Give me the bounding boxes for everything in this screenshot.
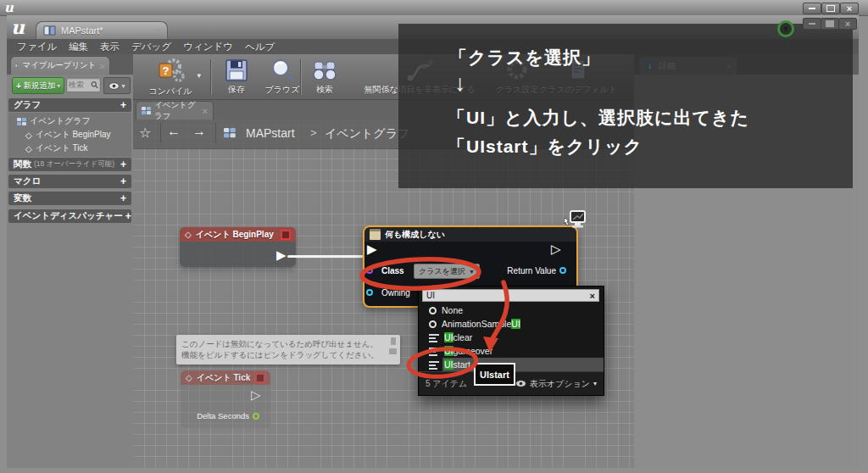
class-circle-icon: [429, 307, 437, 314]
view-filter-button[interactable]: ▾: [103, 77, 131, 94]
myblueprint-tab[interactable]: マイブループリント ×: [10, 56, 110, 75]
section-dispatchers[interactable]: イベントディスパッチャー +: [8, 209, 131, 223]
maximize-icon: [826, 5, 835, 12]
minimize-icon: [809, 23, 815, 25]
widget-blueprint-icon: [429, 361, 439, 369]
menu-item-window[interactable]: ウィンドウ: [183, 41, 233, 53]
dropdown-item-uigameover[interactable]: UIgameover: [419, 344, 604, 358]
blueprint-doc-icon: [43, 25, 56, 36]
menu-item-view[interactable]: 表示: [100, 41, 120, 53]
tree-item-beginplay[interactable]: ◇ イベント BeginPlay: [25, 129, 110, 141]
eventgraph-tab-close-icon[interactable]: ×: [203, 106, 208, 116]
add-variable-button[interactable]: +: [120, 192, 126, 204]
overlay-line2: 「UI」と入力し、選択肢に出てきた: [448, 106, 749, 130]
sidebar-search-box[interactable]: [66, 77, 101, 92]
pin-icon: [391, 337, 396, 345]
construct-node-title: 何も構成しない: [385, 229, 571, 241]
inner-maximize-button[interactable]: [821, 18, 839, 30]
class-circle-icon: [429, 320, 437, 328]
construct-node-icon: [370, 229, 381, 240]
breadcrumb-root[interactable]: MAPstart: [246, 126, 295, 140]
chevron-down-icon: ▾: [121, 82, 125, 90]
compile-button[interactable]: ? ▾ コンパイル: [138, 54, 203, 100]
sidebar-search-input[interactable]: [69, 81, 91, 89]
nav-forward-button[interactable]: →: [192, 124, 206, 139]
construct-exec-out[interactable]: ▷: [551, 242, 561, 255]
search-icon: [91, 81, 98, 89]
dropdown-item-none[interactable]: None: [419, 303, 604, 317]
myblueprint-tab-close-icon[interactable]: ×: [100, 61, 105, 71]
construct-return-pin[interactable]: [559, 267, 566, 274]
inner-minimize-button[interactable]: [803, 18, 821, 30]
launcher-status-icon[interactable]: ▼: [777, 20, 794, 37]
eventgraph-icon: [17, 118, 26, 125]
dropdown-clear-icon[interactable]: ×: [590, 291, 595, 301]
chevron-down-icon: ▾: [593, 380, 597, 387]
dropdown-item-uiclear[interactable]: UIclear: [419, 331, 604, 344]
nav-back-button[interactable]: ←: [167, 124, 181, 139]
document-tab-close-icon[interactable]: ×: [155, 25, 160, 36]
inner-unreal-logo-icon: u: [11, 16, 25, 38]
beginplay-node-title: イベント BeginPlay: [196, 229, 276, 241]
view-options-button[interactable]: 表示オプション ▾: [515, 378, 597, 390]
binoculars-icon: [311, 58, 338, 83]
construct-owning-pin[interactable]: [366, 289, 373, 296]
toolbar-separator: [210, 59, 211, 95]
event-diamond-icon: ◇: [185, 230, 192, 239]
event-diamond-icon: ◇: [186, 373, 192, 382]
menu-item-edit[interactable]: 編集: [69, 41, 88, 53]
tree-item-tick[interactable]: ◇ イベント Tick: [25, 142, 87, 154]
dropdown-search-input[interactable]: [426, 291, 590, 300]
add-dispatcher-button[interactable]: +: [125, 210, 131, 222]
tick-exec-out[interactable]: ▷: [251, 388, 261, 401]
outer-close-button[interactable]: ×: [840, 3, 859, 14]
breadcrumb-graph-icon: [224, 128, 236, 137]
add-graph-button[interactable]: +: [120, 99, 126, 111]
beginplay-exec-out[interactable]: ▶: [276, 248, 287, 261]
construct-exec-in[interactable]: ▶: [367, 242, 377, 255]
breadcrumb-divider: [215, 123, 216, 143]
add-function-button[interactable]: +: [120, 159, 126, 170]
outer-minimize-button[interactable]: [803, 3, 821, 14]
construct-class-label: Class: [381, 266, 404, 275]
breakpoint-square-icon: [255, 373, 265, 383]
find-button[interactable]: 検索: [303, 54, 346, 100]
book-icon: [15, 61, 19, 70]
construct-class-pin[interactable]: [366, 267, 373, 274]
tick-delta-pin[interactable]: [253, 413, 259, 420]
class-picker-caret-icon: ▼: [469, 269, 475, 275]
class-picker-button[interactable]: クラスを選択 ▼: [414, 264, 480, 279]
section-variables[interactable]: 変数 +: [8, 192, 131, 205]
save-button[interactable]: 保存: [215, 54, 258, 100]
menu-item-file[interactable]: ファイル: [17, 41, 57, 53]
menu-item-debug[interactable]: デバッグ: [131, 41, 171, 53]
magnifier-icon: [269, 58, 296, 83]
document-tab[interactable]: MAPstart* ×: [36, 21, 168, 39]
tree-item-eventgraph[interactable]: イベントグラフ: [17, 115, 91, 127]
maximize-icon: [826, 20, 834, 27]
inner-close-button[interactable]: ×: [838, 18, 857, 30]
floppy-icon: [224, 58, 249, 83]
tick-node-title: イベント Tick: [197, 372, 251, 384]
dropdown-item-animationsampleui[interactable]: AnimationSampleUI: [419, 317, 604, 331]
node-cursor-icon: [563, 209, 588, 231]
outer-maximize-button[interactable]: [821, 3, 840, 14]
disabled-warning-line1: このノードは無効になっているため呼び出せません。: [181, 338, 395, 349]
section-graph[interactable]: グラフ +: [8, 98, 131, 112]
add-new-button[interactable]: + 新規追加 ▾: [12, 77, 64, 94]
add-macro-button[interactable]: +: [120, 175, 126, 187]
menu-item-help[interactable]: ヘルプ: [245, 41, 275, 53]
widget-blueprint-icon: [429, 348, 439, 355]
eye-icon: [515, 380, 526, 387]
eventgraph-tab[interactable]: イベントグラフ ×: [136, 101, 214, 120]
overlay-line1: 「クラスを選択」: [449, 46, 600, 70]
breadcrumb-current[interactable]: イベントグラフ: [325, 126, 409, 142]
section-functions[interactable]: 関数 (18 オーバーライド可能) +: [8, 158, 131, 171]
drag-tooltip: UIstart: [474, 363, 515, 386]
section-macros[interactable]: マクロ +: [8, 175, 131, 188]
eventgraph-icon: [142, 107, 151, 114]
favorite-star-icon[interactable]: ☆: [139, 125, 151, 141]
document-tab-label: MAPstart*: [61, 25, 150, 36]
compile-caret-icon: ▾: [197, 71, 201, 80]
dropdown-search-box[interactable]: ×: [422, 289, 599, 302]
